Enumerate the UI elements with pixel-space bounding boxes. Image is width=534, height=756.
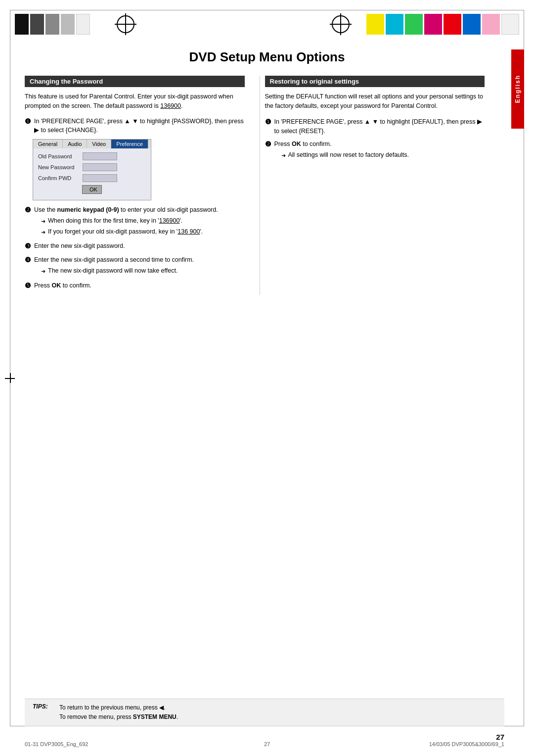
- left-step-3: ❸ Enter the new six-digit password.: [25, 241, 245, 251]
- color-block-cyan: [386, 14, 403, 35]
- left-column: Changing the Password This feature is us…: [25, 76, 260, 295]
- right-step-num-2: ❷: [265, 139, 271, 149]
- left-step-1: ❶ In 'PREFERENCE PAGE', press ▲ ▼ to hig…: [25, 117, 245, 136]
- step-num-3: ❸: [25, 241, 31, 251]
- dvd-ok-button: OK: [82, 185, 102, 194]
- color-block-lgray: [61, 14, 75, 35]
- color-block-gray: [45, 14, 59, 35]
- crosshair-circle-left: [117, 15, 134, 33]
- dvd-menu-screenshot: General Audio Video Preference Old Passw…: [33, 139, 151, 200]
- step-num-1: ❶: [25, 116, 31, 127]
- content-area: Changing the Password This feature is us…: [0, 76, 509, 295]
- page-number: 27: [496, 733, 504, 741]
- dvd-tab-video: Video: [87, 140, 111, 148]
- color-block-blue: [463, 14, 481, 35]
- color-block-white2: [501, 14, 519, 35]
- dvd-input-new: [83, 163, 117, 171]
- step-1-content: In 'PREFERENCE PAGE', press ▲ ▼ to highl…: [34, 117, 245, 136]
- step-num-5: ❺: [25, 281, 31, 291]
- dvd-field-confirm: Confirm PWD: [38, 174, 146, 182]
- left-intro: This feature is used for Parental Contro…: [25, 92, 245, 111]
- dvd-tab-general: General: [33, 140, 63, 148]
- color-block-magenta: [424, 14, 442, 35]
- color-block-black: [15, 14, 29, 35]
- step-2-arrow-2: If you forget your old six-digit passwor…: [41, 227, 245, 236]
- crosshair-circle-right: [332, 15, 350, 33]
- tips-line-1: To return to the previous menu, press ◀.: [59, 703, 178, 712]
- footer-center: 27: [264, 741, 270, 747]
- footer-left: 01-31 DVP3005_Eng_692: [25, 741, 88, 747]
- dvd-label-new: New Password: [38, 164, 83, 170]
- english-label: English: [514, 75, 521, 103]
- step-3-content: Enter the new six-digit password.: [34, 241, 245, 251]
- step-4-content: Enter the new six-digit password a secon…: [34, 255, 245, 277]
- crosshair-right: [330, 13, 352, 35]
- dvd-menu-body: Old Password New Password Confirm PWD OK: [33, 148, 151, 200]
- footer-right: 14/03/05 DVP3005&3000/69_1: [429, 741, 504, 747]
- right-step-2: ❷ Press OK to confirm. All settings will…: [265, 140, 485, 161]
- right-column: Restoring to original settings Setting t…: [260, 76, 485, 295]
- english-sidebar: English: [511, 49, 524, 129]
- color-block-dark: [30, 14, 44, 35]
- dvd-field-new-password: New Password: [38, 163, 146, 171]
- top-bar: [0, 0, 534, 45]
- tips-label: TIPS:: [33, 703, 52, 710]
- crosshair-left: [115, 13, 136, 35]
- right-step-2-arrow-1: All settings will now reset to factory d…: [281, 150, 485, 160]
- color-blocks-right: [366, 14, 519, 35]
- left-section-header: Changing the Password: [25, 76, 245, 87]
- color-block-white: [76, 14, 90, 35]
- left-step-2: ❷ Use the numeric keypad (0-9) to enter …: [25, 205, 245, 237]
- tips-section: TIPS: To return to the previous menu, pr…: [25, 699, 504, 726]
- dvd-input-confirm: [83, 174, 117, 182]
- color-block-yellow: [366, 14, 384, 35]
- right-step-2-content: Press OK to confirm. All settings will n…: [274, 140, 485, 161]
- right-step-1-content: In 'PREFERENCE PAGE', press ▲ ▼ to highl…: [274, 117, 485, 136]
- right-step-num-1: ❶: [265, 117, 271, 127]
- left-step-4: ❹ Enter the new six-digit password a sec…: [25, 255, 245, 277]
- step-2-content: Use the numeric keypad (0-9) to enter yo…: [34, 205, 245, 237]
- dvd-menu-tabs: General Audio Video Preference: [33, 140, 151, 148]
- color-block-green: [405, 14, 423, 35]
- cross-mark-left: [5, 373, 15, 383]
- right-section-header: Restoring to original settings: [265, 76, 485, 87]
- tips-line-2: To remove the menu, press SYSTEM MENU.: [59, 712, 178, 722]
- page-title: DVD Setup Menu Options: [0, 49, 534, 65]
- right-intro: Setting the DEFAULT function will reset …: [265, 92, 485, 111]
- dvd-tab-audio: Audio: [63, 140, 87, 148]
- color-blocks-left: [15, 14, 90, 35]
- tips-content: To return to the previous menu, press ◀.…: [59, 703, 178, 722]
- dvd-tab-preference: Preference: [111, 140, 148, 148]
- step-num-2: ❷: [25, 205, 31, 215]
- step-2-arrow-1: When doing this for the first time, key …: [41, 216, 245, 226]
- cross-left: [5, 373, 15, 383]
- left-step-5: ❺ Press OK to confirm.: [25, 281, 245, 291]
- dvd-field-old-password: Old Password: [38, 152, 146, 160]
- dvd-label-old: Old Password: [38, 153, 83, 159]
- step-num-4: ❹: [25, 255, 31, 265]
- dvd-input-old: [83, 152, 117, 160]
- step-4-arrow-1: The new six-digit password will now take…: [41, 266, 245, 276]
- dvd-label-confirm: Confirm PWD: [38, 175, 83, 181]
- step-5-content: Press OK to confirm.: [34, 281, 245, 290]
- color-block-red: [444, 14, 461, 35]
- color-block-pink: [482, 14, 500, 35]
- right-step-1: ❶ In 'PREFERENCE PAGE', press ▲ ▼ to hig…: [265, 117, 485, 136]
